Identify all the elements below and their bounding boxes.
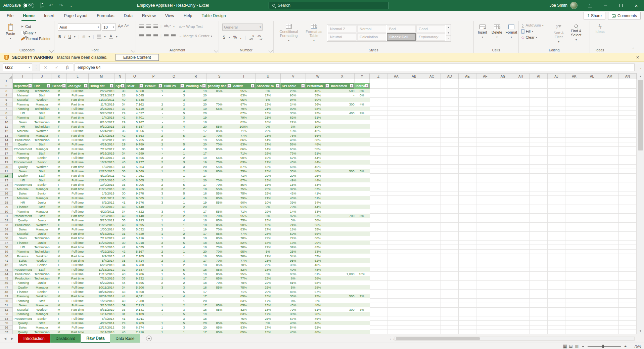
cell[interactable] <box>330 330 355 334</box>
cell[interactable]: 51% <box>306 196 330 200</box>
cell[interactable]: 10/9/2016 <box>89 182 114 187</box>
cell[interactable] <box>583 298 601 303</box>
cell[interactable] <box>548 249 565 254</box>
cell[interactable] <box>370 218 387 222</box>
cell[interactable]: 20 <box>185 142 207 146</box>
cell[interactable]: 14% <box>281 209 306 214</box>
cell[interactable] <box>441 120 459 124</box>
cell[interactable]: Sales <box>13 325 33 330</box>
cell[interactable] <box>355 129 370 133</box>
cell[interactable] <box>330 173 355 178</box>
cell[interactable] <box>583 106 601 111</box>
cell[interactable] <box>548 218 565 222</box>
cell[interactable] <box>355 138 370 142</box>
cell[interactable] <box>583 89 601 93</box>
cell[interactable]: 5,119 <box>126 106 144 111</box>
cell[interactable]: 85% <box>207 325 232 330</box>
cell[interactable] <box>355 79 370 83</box>
close-button[interactable]: × <box>629 0 644 11</box>
cell[interactable] <box>370 89 387 93</box>
cell[interactable] <box>583 312 601 316</box>
cell[interactable] <box>459 191 476 195</box>
cell[interactable] <box>441 115 459 120</box>
cell[interactable]: 85% <box>207 196 232 200</box>
ribbon-tab-data[interactable]: Data <box>119 11 137 21</box>
cell[interactable] <box>355 146 370 151</box>
cell[interactable]: 85% <box>232 330 256 334</box>
cell[interactable]: Material <box>13 196 33 200</box>
cell[interactable]: F <box>51 196 67 200</box>
cell[interactable]: 95% <box>232 249 256 254</box>
table-header-gender[interactable]: Gender▾ <box>51 83 67 89</box>
cell[interactable] <box>423 280 441 285</box>
cell[interactable] <box>355 231 370 236</box>
cell[interactable] <box>565 294 583 298</box>
cell[interactable]: Part time <box>67 133 89 137</box>
cell[interactable] <box>441 102 459 106</box>
cell[interactable]: 48% <box>306 263 330 267</box>
cell[interactable] <box>459 146 476 151</box>
cell[interactable]: M <box>51 165 67 169</box>
cell[interactable] <box>476 97 494 102</box>
cell[interactable] <box>565 303 583 307</box>
cell[interactable]: 40% <box>306 89 330 93</box>
cell[interactable] <box>387 222 405 227</box>
cell[interactable]: 13% <box>256 178 281 182</box>
cell[interactable] <box>583 330 601 334</box>
cell[interactable] <box>370 182 387 187</box>
cell[interactable] <box>387 124 405 129</box>
cell[interactable]: 5,663 <box>126 133 144 137</box>
row-header-37[interactable]: 37 <box>0 241 13 245</box>
cell[interactable]: M <box>51 160 67 164</box>
cell[interactable]: 30 <box>114 241 126 245</box>
row-header-33[interactable]: 33 <box>0 222 13 227</box>
cell[interactable] <box>548 276 565 280</box>
cell[interactable] <box>441 245 459 249</box>
cell[interactable] <box>601 298 619 303</box>
cell[interactable]: 6/22/2015 <box>89 280 114 285</box>
cell[interactable]: 35 <box>114 258 126 263</box>
cell[interactable] <box>423 182 441 187</box>
cell[interactable] <box>530 165 548 169</box>
cell[interactable]: 28 <box>114 93 126 97</box>
cell[interactable]: Full time <box>67 120 89 124</box>
cell[interactable] <box>476 290 494 294</box>
cell[interactable] <box>565 111 583 115</box>
scroll-up-icon[interactable]: ▲ <box>637 73 644 79</box>
cell[interactable] <box>530 93 548 97</box>
cell[interactable] <box>512 227 530 231</box>
cell[interactable] <box>441 93 459 97</box>
cell[interactable] <box>512 173 530 178</box>
cell[interactable]: 29% <box>256 129 281 133</box>
cell[interactable] <box>601 200 619 205</box>
cell[interactable] <box>405 102 423 106</box>
cell[interactable]: 38 <box>114 325 126 330</box>
cell-style-neutral[interactable]: Neutral <box>328 33 357 41</box>
cell[interactable]: 13% <box>256 165 281 169</box>
cell[interactable]: 82% <box>281 115 306 120</box>
cell[interactable] <box>355 263 370 267</box>
row-header-36[interactable]: 36 <box>0 236 13 240</box>
cell[interactable]: 36% <box>306 102 330 106</box>
cell[interactable] <box>330 276 355 280</box>
cell[interactable]: 18 <box>185 146 207 151</box>
cell[interactable]: 8,277 <box>126 160 144 164</box>
cell[interactable]: F <box>51 93 67 97</box>
cell[interactable]: 19 <box>185 97 207 102</box>
cell[interactable] <box>355 160 370 164</box>
cell[interactable]: 13% <box>256 111 281 115</box>
cell[interactable] <box>370 263 387 267</box>
cell[interactable]: 11/30/2011 <box>89 97 114 102</box>
name-box-dropdown-icon[interactable]: ▾ <box>29 66 30 69</box>
cell[interactable] <box>459 89 476 93</box>
row-header-39[interactable]: 39 <box>0 249 13 254</box>
cell[interactable] <box>423 227 441 231</box>
cell[interactable] <box>494 191 512 195</box>
cell[interactable] <box>476 236 494 240</box>
cell[interactable] <box>387 254 405 258</box>
cell[interactable]: 7,261 <box>126 173 144 178</box>
cell[interactable] <box>459 316 476 321</box>
cell[interactable] <box>405 209 423 214</box>
cell[interactable] <box>330 138 355 142</box>
cell[interactable] <box>619 205 637 209</box>
